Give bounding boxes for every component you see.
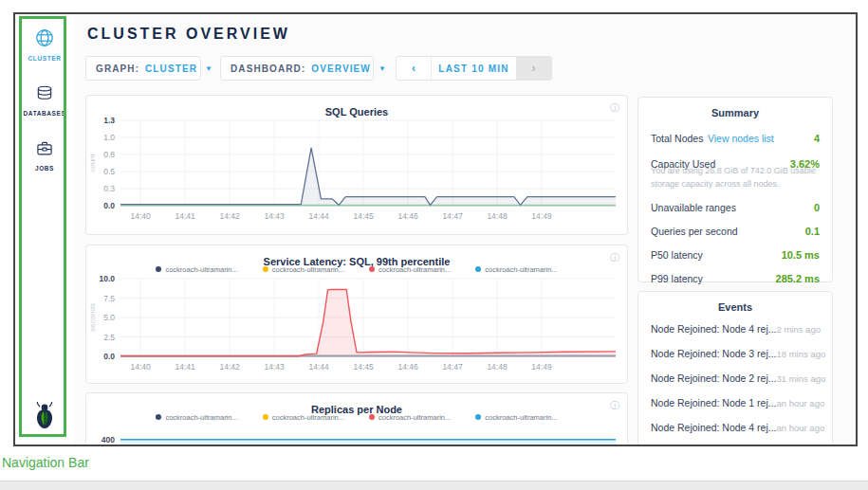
svg-text:0.0: 0.0 — [103, 201, 115, 210]
svg-text:14:44: 14:44 — [308, 211, 329, 221]
summary-panel: Summary Total Nodes View nodes list 4 Ca… — [637, 97, 833, 282]
svg-text:1.3: 1.3 — [103, 116, 115, 125]
svg-text:7.5: 7.5 — [103, 294, 115, 303]
svg-text:14:45: 14:45 — [353, 362, 374, 372]
svg-text:0.0: 0.0 — [103, 352, 115, 361]
sidebar-item-jobs[interactable]: JOBS — [15, 139, 74, 172]
summary-label: Total Nodes — [651, 133, 703, 144]
legend-dot-icon — [263, 414, 268, 420]
event-time: 18 mins ago — [777, 349, 826, 359]
sidebar-item-label: JOBS — [15, 165, 74, 172]
bottom-strip — [0, 481, 868, 490]
screenshot-root: CLUSTER DATABASES — [0, 0, 868, 490]
chevron-down-icon: ▼ — [379, 64, 387, 73]
globe-icon — [34, 27, 55, 48]
cockroach-icon — [32, 401, 57, 429]
event-row: Node Rejoined: Node 4 rej... 2 mins ago — [651, 323, 820, 335]
event-row: Node Rejoined: Node 3 rej... 18 mins ago — [651, 348, 820, 359]
svg-text:14:45: 14:45 — [353, 211, 374, 221]
legend-item[interactable]: cockroach-ultramarin... — [475, 411, 557, 423]
svg-text:5.0: 5.0 — [103, 313, 115, 322]
graph-dropdown[interactable]: GRAPH: CLUSTER ▼ — [85, 56, 201, 81]
cockroachdb-logo[interactable] — [15, 401, 74, 433]
legend-label: cockroach-ultramarin... — [165, 265, 237, 274]
svg-text:14:42: 14:42 — [219, 211, 240, 221]
legend-dot-icon — [156, 414, 161, 420]
annotation-highlight-box — [19, 16, 66, 437]
event-text[interactable]: Node Rejoined: Node 2 rej... — [651, 372, 777, 384]
summary-title: Summary — [651, 107, 820, 118]
svg-text:14:43: 14:43 — [264, 362, 285, 372]
dashboard-dropdown[interactable]: DASHBOARD: OVERVIEW ▼ — [220, 56, 374, 81]
info-icon[interactable]: ⓘ — [610, 251, 619, 264]
summary-row-unavailable-ranges: Unavailable ranges 0 — [651, 202, 820, 213]
svg-text:14:43: 14:43 — [264, 211, 285, 221]
legend-label: cockroach-ultramarin... — [165, 413, 237, 422]
events-panel: Events Node Rejoined: Node 4 rej... 2 mi… — [637, 291, 833, 446]
service-latency-plot: 0.02.55.07.510.014:4014:4114:4214:4314:4… — [86, 275, 623, 373]
summary-label: Queries per second — [651, 226, 738, 237]
event-text[interactable]: Node Rejoined: Node 4 rej... — [651, 323, 777, 335]
summary-row-p99: P99 latency 285.2 ms — [651, 273, 820, 284]
svg-text:14:49: 14:49 — [531, 362, 552, 372]
time-prev-button[interactable]: ‹ — [397, 57, 432, 80]
capacity-subtext: You are using 26.8 GiB of 742.0 GiB usab… — [651, 165, 820, 191]
main-content: CLUSTER OVERVIEW GRAPH: CLUSTER ▼ DASHBO… — [85, 14, 628, 445]
svg-text:14:46: 14:46 — [397, 362, 418, 372]
sidebar-item-databases[interactable]: DATABASES — [15, 84, 74, 117]
event-text[interactable]: Node Rejoined: Node 3 rej... — [651, 348, 777, 359]
page-title: CLUSTER OVERVIEW — [87, 26, 290, 43]
chart-title: SQL Queries — [325, 106, 388, 118]
svg-text:0.3: 0.3 — [103, 184, 115, 193]
svg-text:14:48: 14:48 — [487, 362, 508, 372]
info-icon[interactable]: ⓘ — [610, 399, 619, 412]
legend-dot-icon — [475, 414, 481, 420]
view-nodes-list-link[interactable]: View nodes list — [708, 133, 774, 144]
svg-text:14:41: 14:41 — [175, 211, 195, 221]
summary-label: P50 latency — [651, 249, 703, 261]
svg-text:10.0: 10.0 — [99, 275, 115, 283]
app-window: CLUSTER DATABASES — [13, 12, 858, 446]
time-range-label[interactable]: LAST 10 MIN — [432, 57, 516, 80]
legend-item[interactable]: cockroach-ultramarin... — [156, 411, 237, 423]
sidebar-item-cluster[interactable]: CLUSTER — [15, 27, 74, 62]
chart-service-latency: Service Latency: SQL, 99th percentile ⓘ … — [85, 245, 628, 384]
event-time: 2 mins ago — [777, 324, 821, 335]
info-icon[interactable]: ⓘ — [610, 101, 619, 115]
legend-item[interactable]: cockroach-ultramarin... — [475, 263, 557, 275]
database-icon — [35, 84, 54, 103]
time-range-selector: ‹ LAST 10 MIN › — [396, 56, 552, 81]
legend-dot-icon — [156, 266, 161, 272]
summary-label: Unavailable ranges — [651, 202, 736, 213]
svg-text:14:44: 14:44 — [308, 362, 329, 372]
event-text[interactable]: Node Rejoined: Node 4 rej... — [651, 422, 777, 433]
svg-text:1.0: 1.0 — [103, 133, 115, 142]
annotation-label: Navigation Bar — [2, 455, 89, 470]
svg-text:14:49: 14:49 — [531, 211, 552, 221]
time-next-button: › — [516, 57, 551, 80]
replicas-plot: 400 — [86, 423, 623, 446]
toolbar: GRAPH: CLUSTER ▼ DASHBOARD: OVERVIEW ▼ ‹… — [85, 56, 628, 81]
summary-row-total-nodes: Total Nodes View nodes list 4 — [651, 129, 820, 146]
sql-queries-plot: 0.00.30.50.81.01.314:4014:4114:4214:4314… — [86, 113, 623, 223]
svg-text:14:48: 14:48 — [487, 211, 508, 221]
legend-label: cockroach-ultramarin... — [485, 265, 557, 274]
dashboard-dropdown-value: OVERVIEW — [311, 64, 371, 74]
event-row: Node Rejoined: Node 2 rej... 31 mins ago — [651, 372, 820, 384]
event-text[interactable]: Node Rejoined: Node 1 rej... — [651, 397, 777, 408]
graph-dropdown-label: GRAPH: — [96, 64, 139, 74]
legend-label: cockroach-ultramarin... — [485, 413, 557, 422]
svg-text:count: count — [88, 153, 97, 172]
summary-row-p50: P50 latency 10.5 ms — [651, 249, 820, 261]
legend-item[interactable]: cockroach-ultramarin... — [156, 263, 237, 275]
svg-text:14:40: 14:40 — [131, 362, 152, 372]
svg-text:14:47: 14:47 — [442, 362, 463, 372]
briefcase-icon — [35, 139, 54, 158]
svg-text:14:47: 14:47 — [442, 211, 463, 221]
event-time: an hour ago — [777, 423, 825, 433]
svg-text:14:46: 14:46 — [397, 211, 418, 221]
event-time: 31 mins ago — [777, 373, 826, 384]
chart-replicas-per-node: Replicas per Node ⓘ cockroach-ultramarin… — [85, 392, 628, 446]
summary-value: 285.2 ms — [776, 273, 820, 284]
chevron-down-icon: ▼ — [205, 64, 213, 73]
